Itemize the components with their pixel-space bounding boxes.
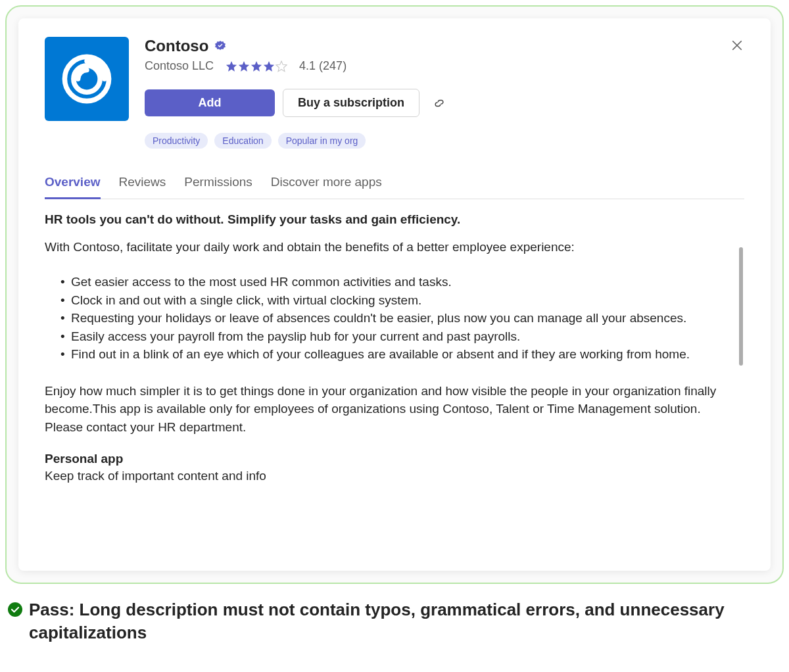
publisher-name: Contoso LLC (145, 59, 214, 73)
star-filled-icon (226, 60, 237, 72)
headline: HR tools you can't do without. Simplify … (45, 212, 731, 227)
meta-row: Contoso LLC 4.1 (247) (145, 59, 744, 73)
tag-education[interactable]: Education (214, 133, 271, 149)
link-icon (433, 97, 446, 110)
tab-discover-more-apps[interactable]: Discover more apps (271, 175, 382, 199)
svg-point-2 (8, 602, 22, 617)
tag-popular-in-my-org[interactable]: Popular in my org (278, 133, 366, 149)
caption-text: Pass: Long description must not contain … (29, 598, 781, 644)
title-row: Contoso (145, 37, 744, 55)
pass-check-icon (8, 602, 22, 617)
header-info: Contoso Contoso LLC 4.1 (247) Add Buy a … (145, 37, 744, 149)
feature-bullet: Get easier access to the most used HR co… (60, 273, 731, 291)
section-title: Personal app (45, 452, 731, 466)
copy-link-button[interactable] (433, 97, 446, 110)
tab-permissions[interactable]: Permissions (184, 175, 252, 199)
outro-text: Enjoy how much simpler it is to get thin… (45, 382, 731, 437)
feature-bullet: Clock in and out with a single click, wi… (60, 291, 731, 310)
star-filled-icon (238, 60, 250, 72)
tag-productivity[interactable]: Productivity (145, 133, 208, 149)
verified-badge-icon (215, 41, 226, 51)
star-rating (226, 60, 287, 72)
feature-bullet: Easily access your payroll from the pays… (60, 327, 731, 346)
header-row: Contoso Contoso LLC 4.1 (247) Add Buy a … (45, 37, 744, 149)
tab-reviews[interactable]: Reviews (119, 175, 166, 199)
feature-bullet: Requesting your holidays or leave of abs… (60, 309, 731, 327)
tabs: OverviewReviewsPermissionsDiscover more … (45, 175, 744, 199)
close-button[interactable] (731, 39, 744, 53)
tags-row: ProductivityEducationPopular in my org (145, 133, 744, 149)
app-dialog: Contoso Contoso LLC 4.1 (247) Add Buy a … (18, 18, 771, 571)
section-text: Keep track of important content and info (45, 469, 731, 483)
app-title: Contoso (145, 37, 208, 55)
outer-frame: Contoso Contoso LLC 4.1 (247) Add Buy a … (5, 5, 784, 584)
star-filled-icon (251, 60, 262, 72)
caption-row: Pass: Long description must not contain … (5, 598, 784, 644)
feature-bullet: Find out in a blink of an eye which of y… (60, 345, 731, 364)
close-icon (731, 39, 743, 51)
subscribe-button[interactable]: Buy a subscription (283, 89, 419, 117)
content-area: HR tools you can't do without. Simplify … (45, 212, 744, 528)
add-button[interactable]: Add (145, 89, 275, 116)
button-row: Add Buy a subscription (145, 89, 744, 117)
feature-list: Get easier access to the most used HR co… (45, 273, 731, 364)
contoso-swirl-icon (59, 51, 114, 107)
star-empty-icon (275, 60, 287, 72)
rating-text: 4.1 (247) (299, 59, 347, 73)
tab-overview[interactable]: Overview (45, 175, 101, 199)
intro-text: With Contoso, facilitate your daily work… (45, 240, 731, 254)
star-filled-icon (263, 60, 275, 72)
app-logo (45, 37, 129, 121)
